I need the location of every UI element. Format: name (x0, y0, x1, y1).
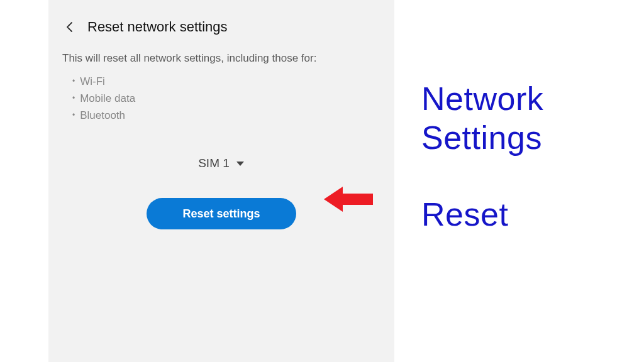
back-icon[interactable] (64, 21, 76, 33)
bullet-label: Mobile data (80, 90, 135, 107)
reset-bullet-list: • Wi-Fi • Mobile data • Bluetooth (48, 67, 394, 124)
settings-panel: Reset network settings This will reset a… (48, 0, 394, 362)
bullet-icon: • (72, 75, 75, 87)
side-caption: Network Settings Reset (421, 41, 644, 273)
page-title: Reset network settings (87, 19, 228, 35)
bullet-icon: • (72, 109, 75, 121)
bullet-icon: • (72, 92, 75, 104)
bullet-label: Wi-Fi (80, 73, 105, 90)
list-item: • Wi-Fi (72, 73, 380, 90)
reset-settings-button[interactable]: Reset settings (147, 198, 296, 229)
list-item: • Bluetooth (72, 107, 380, 124)
list-item: • Mobile data (72, 90, 380, 107)
bullet-label: Bluetooth (80, 107, 125, 124)
reset-description: This will reset all network settings, in… (48, 50, 394, 67)
chevron-down-icon (236, 156, 245, 170)
sim-label: SIM 1 (198, 156, 230, 170)
caption-line: Network Settings (421, 80, 644, 157)
caption-line: Reset (421, 195, 644, 234)
arrow-annotation-icon (324, 184, 374, 215)
sim-selector[interactable]: SIM 1 (48, 156, 394, 170)
page-header: Reset network settings (48, 0, 394, 50)
